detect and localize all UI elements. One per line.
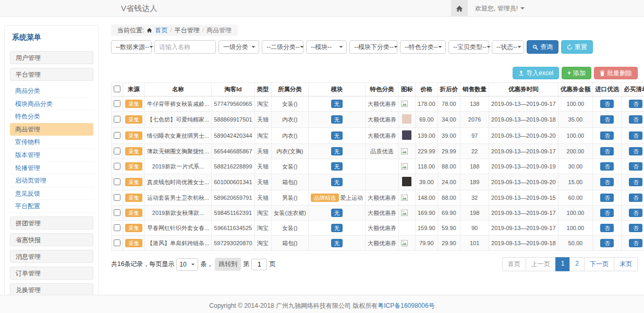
module-badge: 无 bbox=[331, 131, 343, 140]
sidebar-item[interactable]: 启动页管理 bbox=[10, 174, 93, 187]
must-buy-toggle-badge[interactable]: 否 bbox=[629, 100, 643, 109]
import-toggle-badge[interactable]: 否 bbox=[600, 115, 614, 124]
pager-button[interactable]: 末页 bbox=[614, 257, 638, 271]
row-checkbox[interactable] bbox=[114, 163, 120, 170]
sidebar-group[interactable]: 拼团管理 bbox=[10, 216, 93, 230]
must-buy-cell: 否 bbox=[622, 128, 644, 144]
import-excel-button[interactable]: 导入excel bbox=[513, 67, 559, 79]
row-checkbox[interactable] bbox=[114, 178, 120, 185]
must-buy-toggle-badge[interactable]: 否 bbox=[629, 147, 643, 156]
unit-text: 条， bbox=[200, 260, 213, 269]
row-checkbox[interactable] bbox=[114, 239, 120, 246]
home-icon bbox=[147, 28, 152, 33]
select-all-checkbox[interactable] bbox=[114, 86, 120, 92]
filter-select-value: --宝贝类型-- bbox=[453, 43, 487, 52]
must-buy-toggle-badge[interactable]: 否 bbox=[629, 178, 643, 187]
home-button[interactable] bbox=[451, 0, 468, 17]
row-checkbox[interactable] bbox=[114, 148, 120, 154]
pager-button[interactable]: 下一页 bbox=[584, 257, 614, 271]
pager-button[interactable]: 2 bbox=[569, 257, 585, 271]
category-cell: 箱包() bbox=[271, 174, 308, 190]
sidebar-item[interactable]: 轮播管理 bbox=[10, 162, 93, 175]
row-checkbox[interactable] bbox=[114, 209, 120, 216]
add-button[interactable]: + 添加 bbox=[562, 67, 591, 79]
row-checkbox[interactable] bbox=[114, 116, 120, 123]
source-cell: 采集 bbox=[123, 112, 145, 128]
sidebar-group[interactable]: 用户管理 bbox=[10, 51, 93, 64]
row-select-cell bbox=[112, 128, 123, 144]
row-checkbox[interactable] bbox=[114, 194, 120, 201]
sidebar-group[interactable]: 省惠快报 bbox=[10, 233, 93, 246]
import-select-cell: 否 bbox=[593, 190, 622, 206]
sidebar-item[interactable]: 意见反馈 bbox=[10, 187, 93, 200]
breadcrumb-home-link[interactable]: 首页 bbox=[155, 26, 167, 35]
must-buy-toggle-badge[interactable]: 否 bbox=[629, 239, 643, 248]
per-page-select[interactable]: 10 bbox=[176, 258, 198, 271]
icp-link[interactable]: 粤ICP备16098006号 bbox=[378, 302, 434, 309]
table-row: 采集【七色纺】可爱纯棉家...588869917501天猫内衣()无大额优惠券6… bbox=[112, 112, 644, 128]
must-buy-toggle-badge[interactable]: 否 bbox=[629, 224, 643, 233]
filter-select[interactable]: --数据来源-- bbox=[111, 40, 152, 54]
filter-select[interactable]: --特色分类-- bbox=[400, 40, 446, 54]
pager-button[interactable]: 1 bbox=[555, 257, 570, 271]
import-toggle-badge[interactable]: 否 bbox=[600, 209, 614, 218]
module-cell-td: 无 bbox=[308, 236, 365, 251]
filter-select[interactable]: 一级分类 bbox=[218, 40, 259, 54]
filter-select-value: 一级分类 bbox=[223, 43, 248, 52]
row-checkbox[interactable] bbox=[114, 100, 120, 107]
special-category-cell: 大额优惠券 bbox=[365, 190, 398, 206]
sidebar-item[interactable]: 商品管理 bbox=[10, 123, 93, 136]
name-search-input[interactable] bbox=[154, 40, 216, 54]
user-menu[interactable]: 欢迎您, 管理员! bbox=[475, 4, 525, 13]
batch-delete-button[interactable]: 批量删除 bbox=[594, 67, 638, 79]
sidebar-item[interactable]: 平台配置 bbox=[10, 200, 93, 213]
type-cell: 淘宝 bbox=[254, 221, 271, 236]
filter-select[interactable]: --宝贝类型-- bbox=[448, 40, 489, 54]
source-cell: 采集 bbox=[123, 128, 145, 144]
sidebar-item[interactable]: 版本管理 bbox=[10, 149, 93, 162]
product-thumbnail bbox=[402, 177, 411, 186]
page-number-input[interactable] bbox=[251, 259, 267, 270]
pager-button[interactable]: 上一页 bbox=[526, 257, 556, 271]
sidebar-item[interactable]: 特色分类 bbox=[10, 110, 93, 123]
import-toggle-badge[interactable]: 否 bbox=[600, 147, 614, 156]
sidebar-group[interactable]: 消息管理 bbox=[10, 250, 93, 263]
breadcrumb-level1: 平台管理 bbox=[175, 26, 200, 35]
filter-select[interactable]: --二级分类-- bbox=[262, 40, 303, 54]
search-button[interactable]: 查询 bbox=[527, 40, 558, 54]
jump-button[interactable]: 跳转到 bbox=[215, 258, 241, 271]
import-toggle-badge[interactable]: 否 bbox=[600, 194, 614, 202]
broken-image-icon bbox=[401, 195, 413, 201]
import-toggle-badge[interactable]: 否 bbox=[600, 162, 614, 171]
import-toggle-badge[interactable]: 否 bbox=[600, 131, 614, 140]
sidebar-group[interactable]: 平台管理 bbox=[10, 68, 93, 81]
sidebar-item[interactable]: 商品分类 bbox=[10, 85, 93, 98]
filter-select[interactable]: --模块-- bbox=[306, 40, 347, 54]
filter-select[interactable]: --模块下分类-- bbox=[349, 40, 397, 54]
import-select-cell: 否 bbox=[593, 144, 622, 159]
must-buy-toggle-badge[interactable]: 否 bbox=[629, 131, 643, 140]
sidebar-group[interactable]: 订单管理 bbox=[10, 267, 93, 280]
sidebar-item[interactable]: 模块商品分类 bbox=[10, 98, 93, 111]
import-toggle-badge[interactable]: 否 bbox=[600, 100, 614, 109]
must-buy-toggle-badge[interactable]: 否 bbox=[629, 162, 643, 171]
pager-button[interactable]: 首页 bbox=[502, 257, 526, 271]
sidebar-item[interactable]: 宣传物料 bbox=[10, 136, 93, 149]
filter-select[interactable]: --状态-- bbox=[492, 40, 524, 54]
column-header: 折后价 bbox=[438, 83, 460, 97]
row-checkbox[interactable] bbox=[114, 132, 120, 139]
column-header: 类型 bbox=[254, 83, 271, 97]
must-buy-toggle-badge[interactable]: 否 bbox=[629, 194, 643, 202]
must-buy-toggle-badge[interactable]: 否 bbox=[629, 115, 643, 124]
row-checkbox[interactable] bbox=[114, 224, 120, 231]
must-buy-toggle-badge[interactable]: 否 bbox=[629, 209, 643, 218]
reset-button[interactable]: 重置 bbox=[561, 40, 593, 54]
column-header: 来源 bbox=[123, 83, 145, 97]
chevron-down-icon bbox=[487, 46, 490, 48]
import-toggle-badge[interactable]: 否 bbox=[600, 239, 614, 248]
import-toggle-badge[interactable]: 否 bbox=[600, 178, 614, 187]
row-select-cell bbox=[112, 221, 123, 236]
icon-cell bbox=[398, 221, 415, 236]
batch-delete-icon bbox=[600, 70, 605, 76]
import-toggle-badge[interactable]: 否 bbox=[600, 224, 614, 233]
